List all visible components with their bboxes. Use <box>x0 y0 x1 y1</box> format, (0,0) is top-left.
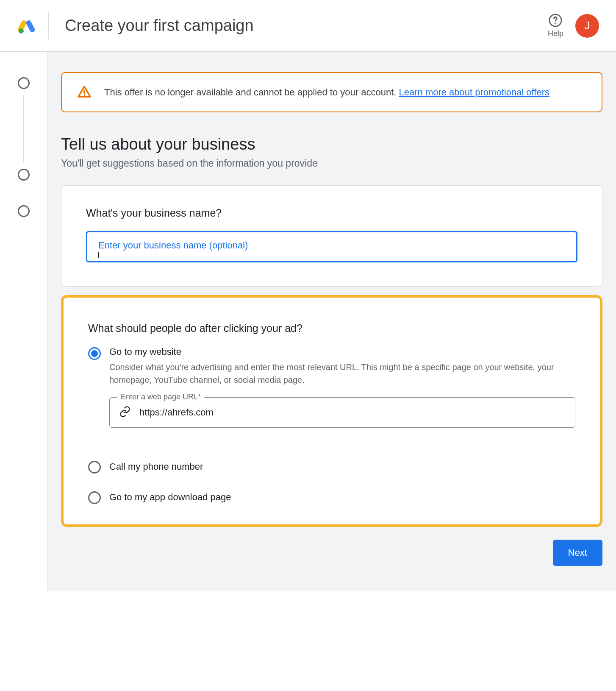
radio-dot <box>91 350 98 357</box>
header-divider <box>48 12 49 39</box>
next-button[interactable]: Next <box>553 540 602 566</box>
radio-website-description: Consider what you're advertising and ent… <box>109 361 575 386</box>
radio-app-label: Go to my app download page <box>109 492 231 503</box>
step-3[interactable] <box>18 205 30 217</box>
svg-rect-1 <box>25 19 36 33</box>
business-name-question: What's your business name? <box>86 207 577 219</box>
offer-alert: This offer is no longer available and ca… <box>61 72 602 112</box>
radio-phone[interactable] <box>88 461 101 474</box>
body-wrap: This offer is no longer available and ca… <box>0 52 616 591</box>
section-subtitle: You'll get suggestions based on the info… <box>61 158 602 169</box>
logo-wrap <box>17 12 49 39</box>
radio-option-website: Go to my website Consider what you're ad… <box>88 346 575 428</box>
business-name-input[interactable]: Enter your business name (optional) <box>86 231 577 262</box>
step-1[interactable] <box>18 77 30 89</box>
page-title: Create your first campaign <box>65 17 254 35</box>
radio-website-content: Go to my website Consider what you're ad… <box>109 346 575 428</box>
ad-action-question: What should people do after clicking you… <box>88 322 575 334</box>
main-content: This offer is no longer available and ca… <box>47 52 616 591</box>
url-field[interactable]: Enter a web page URL* <box>109 397 575 428</box>
step-line-1 <box>23 95 24 163</box>
radio-app[interactable] <box>88 491 101 504</box>
link-icon <box>119 406 131 419</box>
url-legend: Enter a web page URL* <box>117 393 204 401</box>
user-avatar[interactable]: J <box>575 14 599 38</box>
section-title: Tell us about your business <box>61 135 602 153</box>
alert-text: This offer is no longer available and ca… <box>104 85 549 100</box>
radio-website[interactable] <box>88 347 101 360</box>
help-label: Help <box>548 29 563 38</box>
header-right: Help J <box>548 13 599 38</box>
svg-point-6 <box>83 94 85 96</box>
ad-action-card: What should people do after clicking you… <box>61 295 602 527</box>
svg-point-2 <box>19 28 24 33</box>
business-name-placeholder: Enter your business name (optional) <box>98 240 248 251</box>
business-name-card: What's your business name? Enter your bu… <box>61 185 602 287</box>
warning-icon <box>77 85 92 99</box>
footer: Next <box>61 540 602 566</box>
radio-option-app: Go to my app download page <box>88 490 575 504</box>
radio-phone-label: Call my phone number <box>109 461 203 472</box>
help-button[interactable]: Help <box>548 13 563 38</box>
svg-point-4 <box>555 22 556 24</box>
stepper-column <box>0 52 47 591</box>
google-ads-logo-icon[interactable] <box>17 17 36 35</box>
app-header: Create your first campaign Help J <box>0 0 616 52</box>
url-input[interactable] <box>139 407 566 418</box>
text-caret <box>98 252 99 258</box>
radio-website-label: Go to my website <box>109 346 575 357</box>
radio-option-phone: Call my phone number <box>88 460 575 474</box>
alert-link[interactable]: Learn more about promotional offers <box>399 87 549 98</box>
step-2[interactable] <box>18 169 30 181</box>
alert-message: This offer is no longer available and ca… <box>104 87 399 98</box>
help-icon <box>548 13 563 28</box>
